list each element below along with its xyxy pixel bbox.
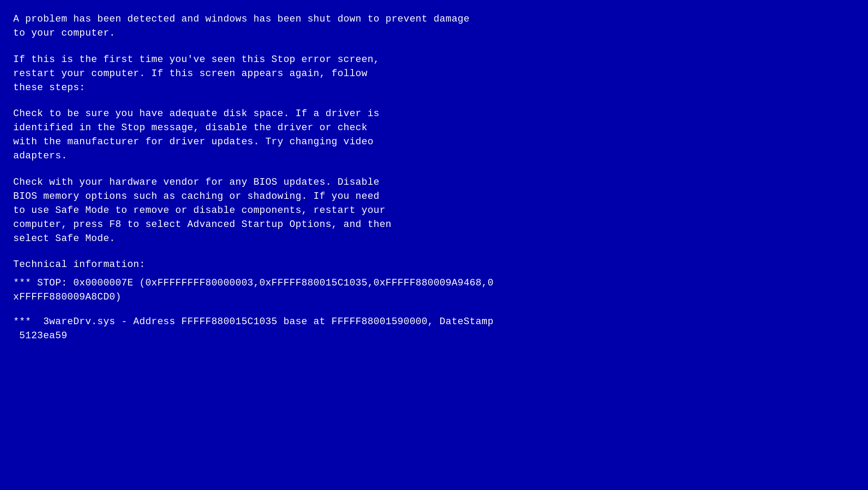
bios-paragraph: Check with your hardware vendor for any …: [13, 176, 855, 245]
bios-line-1: Check with your hardware vendor for any …: [13, 176, 855, 190]
first-time-line-2: restart your computer. If this screen ap…: [13, 67, 855, 81]
intro-line-2: to your computer.: [13, 26, 855, 40]
stop-code-line-1: *** STOP: 0x0000007E (0xFFFFFFFF80000003…: [13, 276, 855, 290]
disk-space-line-4: adapters.: [13, 149, 855, 163]
bios-line-5: select Safe Mode.: [13, 232, 855, 246]
intro-line-1: A problem has been detected and windows …: [13, 12, 855, 26]
technical-header-paragraph: Technical information:: [13, 258, 855, 272]
driver-info-paragraph: *** 3wareDrv.sys - Address FFFFF880015C1…: [13, 315, 855, 343]
first-time-paragraph: If this is the first time you've seen th…: [13, 53, 855, 95]
intro-paragraph: A problem has been detected and windows …: [13, 12, 855, 40]
driver-info-line-2: 5123ea59: [13, 329, 855, 343]
driver-info-line-1: *** 3wareDrv.sys - Address FFFFF880015C1…: [13, 315, 855, 329]
disk-space-line-3: with the manufacturer for driver updates…: [13, 135, 855, 149]
disk-space-line-2: identified in the Stop message, disable …: [13, 121, 855, 135]
technical-header-line: Technical information:: [13, 258, 855, 272]
first-time-line-3: these steps:: [13, 81, 855, 95]
bios-line-2: BIOS memory options such as caching or s…: [13, 190, 855, 204]
bsod-screen: A problem has been detected and windows …: [0, 0, 868, 490]
disk-space-line-1: Check to be sure you have adequate disk …: [13, 107, 855, 121]
stop-code-paragraph: *** STOP: 0x0000007E (0xFFFFFFFF80000003…: [13, 276, 855, 304]
bios-line-4: computer, press F8 to select Advanced St…: [13, 218, 855, 232]
bios-line-3: to use Safe Mode to remove or disable co…: [13, 204, 855, 218]
first-time-line-1: If this is the first time you've seen th…: [13, 53, 855, 67]
disk-space-paragraph: Check to be sure you have adequate disk …: [13, 107, 855, 163]
stop-code-line-2: xFFFFF880009A8CD0): [13, 290, 855, 304]
